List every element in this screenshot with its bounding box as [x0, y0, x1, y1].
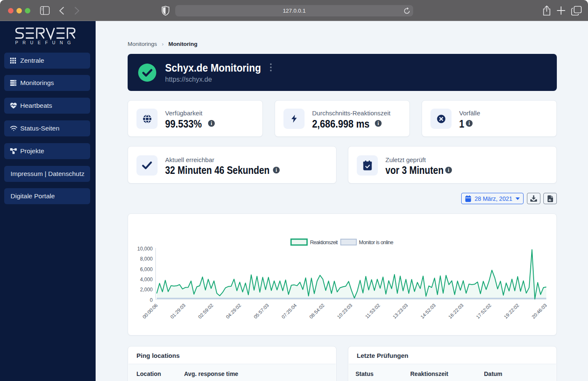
svg-text:Reaktionszeit: Reaktionszeit	[310, 240, 338, 245]
svg-text:14:52:03: 14:52:03	[420, 303, 436, 320]
svg-text:16:22:03: 16:22:03	[447, 303, 464, 320]
svg-text:20:46:03: 20:46:03	[531, 303, 548, 320]
svg-text:2,000: 2,000	[140, 287, 152, 293]
svg-text:PRUEFUNG: PRUEFUNG	[15, 40, 75, 45]
svg-text:10:23:03: 10:23:03	[336, 303, 353, 320]
svg-text:17:52:02: 17:52:02	[475, 303, 492, 320]
svg-text:08:54:02: 08:54:02	[308, 303, 325, 320]
svg-text:13:23:03: 13:23:03	[392, 303, 409, 320]
svg-text:07:25:04: 07:25:04	[281, 303, 298, 320]
svg-text:01:29:03: 01:29:03	[169, 303, 186, 320]
svg-text:8,000: 8,000	[140, 256, 152, 262]
svg-text:02:59:02: 02:59:02	[197, 303, 214, 320]
svg-text:10,000: 10,000	[137, 246, 153, 252]
svg-text:05:57:03: 05:57:03	[253, 303, 270, 320]
svg-text:04:29:02: 04:29:02	[225, 303, 242, 320]
svg-text:11:53:02: 11:53:02	[364, 303, 381, 320]
svg-text:4,000: 4,000	[140, 277, 152, 282]
svg-text:0: 0	[150, 297, 153, 303]
svg-text:00:00:06: 00:00:06	[142, 303, 158, 320]
svg-text:19:22:02: 19:22:02	[503, 303, 520, 320]
svg-text:Monitor is online: Monitor is online	[359, 240, 393, 245]
svg-text:6,000: 6,000	[140, 266, 152, 272]
